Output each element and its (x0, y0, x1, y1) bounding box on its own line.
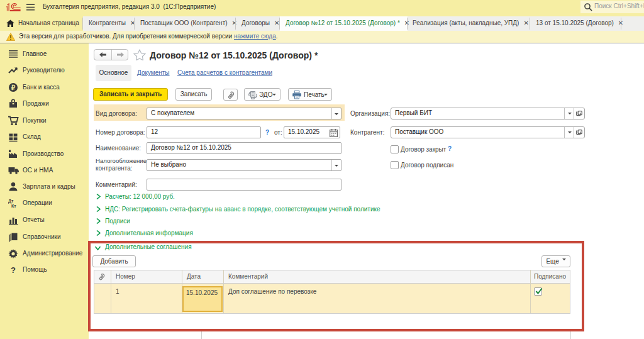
svg-text:?: ? (11, 265, 16, 275)
svg-text:₽: ₽ (11, 84, 16, 91)
svg-text:Кт: Кт (11, 204, 16, 208)
